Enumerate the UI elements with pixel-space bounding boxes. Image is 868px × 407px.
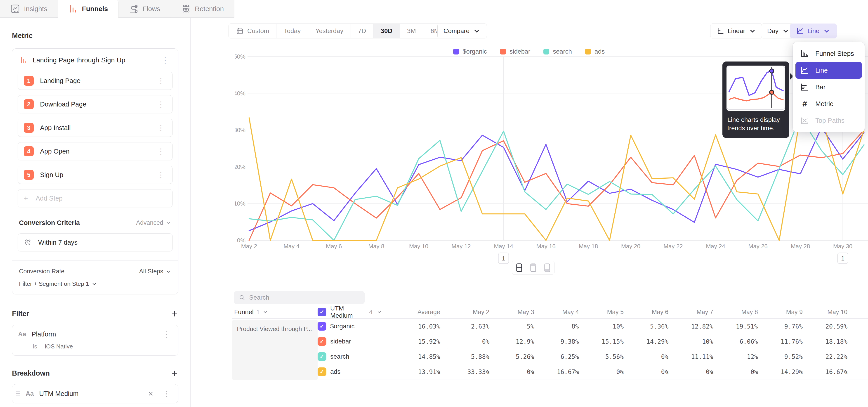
funnel-step-1[interactable]: 1 Landing Page ⋮ [18, 72, 173, 90]
funnel-step-2[interactable]: 2 Download Page ⋮ [18, 95, 173, 113]
value-cell: 2.63% [447, 323, 492, 330]
tab-funnels[interactable]: Funnels [58, 0, 119, 18]
svg-text:20%: 20% [235, 163, 246, 170]
view-chart-only-button[interactable] [526, 261, 540, 275]
metric-title-row[interactable]: Landing Page through Sign Up ⋮ [18, 55, 173, 66]
chevron-down-icon [823, 27, 831, 35]
date-column-header[interactable]: May 6 [626, 309, 671, 316]
drag-handle-icon[interactable]: ☰ [16, 390, 20, 397]
remove-breakdown-icon[interactable] [147, 390, 154, 397]
compare-button[interactable]: Compare [437, 24, 487, 38]
filter-value[interactable]: iOS Native [45, 343, 73, 350]
value-cell: 5.56% [581, 353, 626, 360]
funnel-step-5[interactable]: 5 Sign Up ⋮ [18, 166, 173, 184]
date-column-header[interactable]: May 7 [671, 309, 715, 316]
filter-kebab-icon[interactable]: ⋮ [161, 330, 172, 338]
filter-operator[interactable]: Is [33, 343, 37, 350]
series-checkbox[interactable]: ✓ [318, 352, 326, 361]
tab-insights[interactable]: Insights [0, 0, 58, 18]
date-column-header[interactable]: May 8 [715, 309, 760, 316]
conversion-window-label: Within 7 days [38, 239, 78, 246]
menu-item-line[interactable]: Line [796, 62, 862, 79]
step-kebab-icon[interactable]: ⋮ [155, 148, 166, 155]
tab-flows[interactable]: Flows [119, 0, 170, 18]
select-all-checkbox[interactable]: ✓ [318, 308, 326, 316]
date-column-header[interactable]: May 3 [492, 309, 536, 316]
table-header-row: Funnel 1 ✓ UTM Medium 4 Average May 2 Ma… [232, 306, 868, 319]
step-number-badge: 1 [24, 76, 34, 86]
step-label: Landing Page [40, 77, 81, 85]
step-kebab-icon[interactable]: ⋮ [155, 77, 166, 85]
menu-item-label: Funnel Steps [815, 50, 854, 57]
average-column-header[interactable]: Average [382, 309, 447, 316]
filter-heading: Filter [12, 310, 29, 318]
scale-label: Linear [727, 27, 745, 35]
range-3m[interactable]: 3M [400, 24, 423, 38]
menu-item-label: Metric [815, 100, 833, 107]
series-checkbox[interactable]: ✓ [318, 322, 326, 331]
chevron-down-icon [165, 269, 171, 275]
filter-card[interactable]: Aa Platform ⋮ Is iOS Native [12, 325, 178, 356]
series-checkbox[interactable]: ✓ [318, 337, 326, 346]
range-30d[interactable]: 30D [373, 24, 400, 38]
metric-kebab-icon[interactable]: ⋮ [160, 56, 171, 64]
date-column-header[interactable]: May 5 [581, 309, 626, 316]
funnel-step-4[interactable]: 4 App Open ⋮ [18, 142, 173, 160]
date-column-header[interactable]: May 4 [536, 309, 581, 316]
menu-item-funnel-steps[interactable]: Funnel Steps [796, 45, 862, 62]
menu-item-top-paths[interactable]: Top Paths [796, 112, 862, 129]
table-row: ✓$organic16.03%2.63%5%8%10%5.36%12.82%19… [232, 319, 868, 334]
value-cell: 0% [671, 368, 715, 375]
menu-item-metric[interactable]: # Metric [796, 95, 862, 112]
range-custom[interactable]: Custom [229, 24, 276, 38]
value-cell: 6.06% [715, 338, 760, 345]
funnel-count: 1 [256, 308, 260, 316]
range-today[interactable]: Today [276, 24, 308, 38]
breakdown-property: UTM Medium [39, 390, 79, 398]
funnel-step-3[interactable]: 3 App Install ⋮ [18, 119, 173, 137]
funnel-column-header[interactable]: Funnel 1 [232, 308, 318, 316]
view-split-button[interactable] [512, 261, 526, 275]
step-number-badge: 2 [24, 99, 34, 109]
date-column-header[interactable]: May 9 [760, 309, 805, 316]
menu-item-bar[interactable]: Bar [796, 79, 862, 95]
svg-text:May 16: May 16 [536, 243, 556, 250]
clock-icon [24, 238, 32, 247]
search-input[interactable] [249, 294, 360, 301]
series-checkbox[interactable]: ✓ [318, 368, 326, 376]
date-column-header[interactable]: May 10 [805, 309, 850, 316]
svg-text:May 12: May 12 [452, 243, 471, 250]
step-kebab-icon[interactable]: ⋮ [155, 124, 166, 132]
value-cell: 14.29% [760, 368, 805, 375]
date-range-control: Custom Today Yesterday 7D 30D 3M 6M 12M [228, 24, 474, 38]
breakdown-kebab-icon[interactable]: ⋮ [161, 390, 172, 398]
svg-text:May 6: May 6 [326, 243, 342, 250]
calendar-icon [236, 27, 244, 35]
step-kebab-icon[interactable]: ⋮ [155, 171, 166, 179]
metric-title: Landing Page through Sign Up [33, 56, 125, 64]
retention-icon [181, 4, 191, 13]
add-filter-button[interactable] [170, 310, 178, 318]
funnel-name-cell[interactable]: Product Viewed through P... [232, 320, 318, 380]
breakdown-column-header[interactable]: ✓ UTM Medium 4 [318, 305, 382, 319]
range-yesterday[interactable]: Yesterday [308, 24, 351, 38]
value-cell: 0% [715, 368, 760, 375]
view-table-only-button[interactable] [540, 261, 554, 275]
conversion-window-button[interactable]: Within 7 days [18, 233, 173, 251]
tab-retention[interactable]: Retention [171, 0, 235, 18]
range-7d[interactable]: 7D [351, 24, 374, 38]
tooltip-preview-chart [726, 66, 785, 111]
add-breakdown-button[interactable] [170, 370, 178, 377]
step-kebab-icon[interactable]: ⋮ [155, 100, 166, 108]
breakdown-card[interactable]: ☰ Aa UTM Medium ⋮ [12, 384, 178, 403]
all-steps-dropdown[interactable]: All Steps [139, 268, 171, 275]
scale-dropdown[interactable]: Linear [710, 24, 763, 38]
add-step-button[interactable]: + Add Step [18, 189, 173, 207]
filter-segment-dropdown[interactable]: Filter + Segment on Step 1 [18, 280, 173, 287]
chart-type-dropdown[interactable]: Line [790, 24, 837, 38]
value-cell: 5.36% [626, 323, 671, 330]
date-column-header[interactable]: May 2 [447, 309, 492, 316]
value-cell: 0% [581, 368, 626, 375]
range-label: Custom [247, 27, 269, 35]
advanced-dropdown[interactable]: Advanced [136, 219, 171, 226]
